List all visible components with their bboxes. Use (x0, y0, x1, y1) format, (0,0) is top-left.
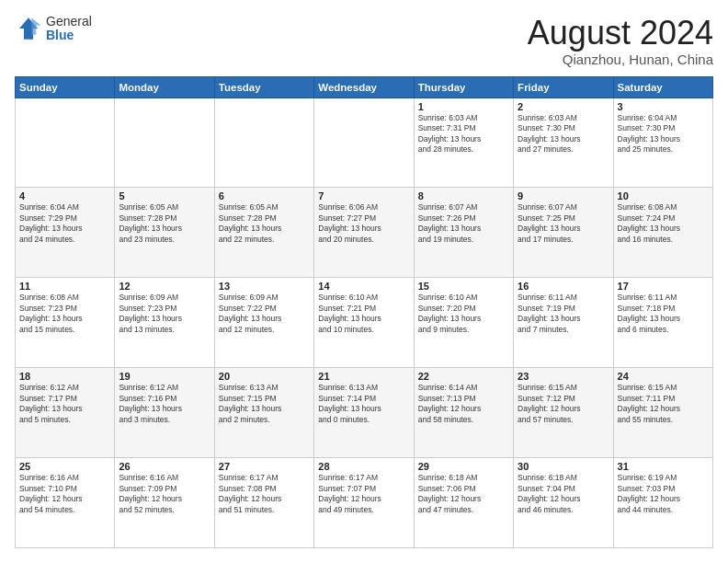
cell-2-5: 16Sunrise: 6:11 AM Sunset: 7:19 PM Dayli… (514, 278, 613, 368)
calendar-table: Sunday Monday Tuesday Wednesday Thursday… (15, 76, 713, 548)
day-info-1-0: Sunrise: 6:04 AM Sunset: 7:29 PM Dayligh… (19, 202, 83, 243)
col-sunday: Sunday (16, 76, 115, 98)
day-info-2-6: Sunrise: 6:11 AM Sunset: 7:18 PM Dayligh… (618, 293, 681, 333)
day-info-3-5: Sunrise: 6:15 AM Sunset: 7:12 PM Dayligh… (518, 383, 581, 423)
day-number-4-2: 27 (219, 461, 310, 472)
cell-4-5: 30Sunrise: 6:18 AM Sunset: 7:04 PM Dayli… (514, 458, 613, 548)
week-row-3: 18Sunrise: 6:12 AM Sunset: 7:17 PM Dayli… (16, 368, 713, 458)
day-info-0-6: Sunrise: 6:04 AM Sunset: 7:30 PM Dayligh… (618, 113, 681, 154)
day-number-1-4: 8 (418, 190, 509, 201)
cell-4-3: 28Sunrise: 6:17 AM Sunset: 7:07 PM Dayli… (314, 458, 414, 548)
header: General Blue August 2024 Qianzhou, Hunan… (15, 15, 713, 67)
day-number-2-1: 12 (119, 281, 210, 292)
day-info-1-1: Sunrise: 6:05 AM Sunset: 7:28 PM Dayligh… (119, 202, 182, 243)
col-wednesday: Wednesday (314, 76, 414, 98)
day-info-1-3: Sunrise: 6:06 AM Sunset: 7:27 PM Dayligh… (318, 202, 381, 243)
day-info-4-2: Sunrise: 6:17 AM Sunset: 7:08 PM Dayligh… (219, 473, 282, 513)
logo-general-label: General (46, 15, 92, 29)
col-monday: Monday (115, 76, 214, 98)
day-info-4-5: Sunrise: 6:18 AM Sunset: 7:04 PM Dayligh… (518, 473, 581, 513)
cell-1-4: 8Sunrise: 6:07 AM Sunset: 7:26 PM Daylig… (414, 188, 513, 278)
cell-0-3 (314, 98, 414, 188)
cell-2-3: 14Sunrise: 6:10 AM Sunset: 7:21 PM Dayli… (314, 278, 414, 368)
day-info-2-1: Sunrise: 6:09 AM Sunset: 7:23 PM Dayligh… (119, 293, 182, 333)
day-number-4-5: 30 (518, 461, 609, 472)
cell-1-3: 7Sunrise: 6:06 AM Sunset: 7:27 PM Daylig… (314, 188, 414, 278)
day-number-0-5: 2 (518, 101, 609, 112)
cell-3-3: 21Sunrise: 6:13 AM Sunset: 7:14 PM Dayli… (314, 368, 414, 458)
title-block: August 2024 Qianzhou, Hunan, China (528, 15, 713, 67)
col-saturday: Saturday (613, 76, 712, 98)
day-info-4-0: Sunrise: 6:16 AM Sunset: 7:10 PM Dayligh… (19, 473, 83, 513)
day-number-4-1: 26 (119, 461, 210, 472)
cell-0-1 (115, 98, 214, 188)
day-number-1-3: 7 (318, 190, 409, 201)
day-info-2-3: Sunrise: 6:10 AM Sunset: 7:21 PM Dayligh… (318, 293, 381, 333)
day-info-3-6: Sunrise: 6:15 AM Sunset: 7:11 PM Dayligh… (618, 383, 681, 423)
day-info-3-0: Sunrise: 6:12 AM Sunset: 7:17 PM Dayligh… (19, 383, 83, 423)
day-number-3-4: 22 (418, 371, 509, 382)
day-number-2-4: 15 (418, 281, 509, 292)
calendar: Sunday Monday Tuesday Wednesday Thursday… (15, 76, 713, 548)
day-number-1-2: 6 (219, 190, 310, 201)
cell-3-5: 23Sunrise: 6:15 AM Sunset: 7:12 PM Dayli… (514, 368, 613, 458)
day-info-0-5: Sunrise: 6:03 AM Sunset: 7:30 PM Dayligh… (518, 113, 581, 154)
logo-icon (15, 15, 42, 42)
day-info-4-1: Sunrise: 6:16 AM Sunset: 7:09 PM Dayligh… (119, 473, 182, 513)
day-number-0-4: 1 (418, 101, 509, 112)
col-thursday: Thursday (414, 76, 513, 98)
day-info-2-0: Sunrise: 6:08 AM Sunset: 7:23 PM Dayligh… (19, 293, 83, 333)
cell-1-2: 6Sunrise: 6:05 AM Sunset: 7:28 PM Daylig… (214, 188, 313, 278)
location-subtitle: Qianzhou, Hunan, China (528, 52, 713, 67)
cell-3-2: 20Sunrise: 6:13 AM Sunset: 7:15 PM Dayli… (214, 368, 313, 458)
day-info-1-4: Sunrise: 6:07 AM Sunset: 7:26 PM Dayligh… (418, 202, 482, 243)
day-number-3-2: 20 (219, 371, 310, 382)
cell-4-2: 27Sunrise: 6:17 AM Sunset: 7:08 PM Dayli… (214, 458, 313, 548)
day-number-3-0: 18 (19, 371, 110, 382)
cell-3-6: 24Sunrise: 6:15 AM Sunset: 7:11 PM Dayli… (613, 368, 712, 458)
cell-4-1: 26Sunrise: 6:16 AM Sunset: 7:09 PM Dayli… (115, 458, 214, 548)
day-number-4-6: 31 (618, 461, 709, 472)
cell-0-0 (16, 98, 115, 188)
day-info-4-6: Sunrise: 6:19 AM Sunset: 7:03 PM Dayligh… (618, 473, 681, 513)
day-number-2-3: 14 (318, 281, 409, 292)
day-info-4-3: Sunrise: 6:17 AM Sunset: 7:07 PM Dayligh… (318, 473, 381, 513)
day-info-4-4: Sunrise: 6:18 AM Sunset: 7:06 PM Dayligh… (418, 473, 482, 513)
day-number-2-0: 11 (19, 281, 110, 292)
col-tuesday: Tuesday (214, 76, 313, 98)
cell-1-0: 4Sunrise: 6:04 AM Sunset: 7:29 PM Daylig… (16, 188, 115, 278)
day-info-1-2: Sunrise: 6:05 AM Sunset: 7:28 PM Dayligh… (219, 202, 282, 243)
cell-4-6: 31Sunrise: 6:19 AM Sunset: 7:03 PM Dayli… (613, 458, 712, 548)
cell-2-4: 15Sunrise: 6:10 AM Sunset: 7:20 PM Dayli… (414, 278, 513, 368)
week-row-4: 25Sunrise: 6:16 AM Sunset: 7:10 PM Dayli… (16, 458, 713, 548)
cell-4-4: 29Sunrise: 6:18 AM Sunset: 7:06 PM Dayli… (414, 458, 513, 548)
cell-1-5: 9Sunrise: 6:07 AM Sunset: 7:25 PM Daylig… (514, 188, 613, 278)
day-info-1-5: Sunrise: 6:07 AM Sunset: 7:25 PM Dayligh… (518, 202, 581, 243)
cell-3-4: 22Sunrise: 6:14 AM Sunset: 7:13 PM Dayli… (414, 368, 513, 458)
cell-3-0: 18Sunrise: 6:12 AM Sunset: 7:17 PM Dayli… (16, 368, 115, 458)
day-info-3-4: Sunrise: 6:14 AM Sunset: 7:13 PM Dayligh… (418, 383, 482, 423)
col-friday: Friday (514, 76, 613, 98)
day-info-1-6: Sunrise: 6:08 AM Sunset: 7:24 PM Dayligh… (618, 202, 681, 243)
day-info-2-4: Sunrise: 6:10 AM Sunset: 7:20 PM Dayligh… (418, 293, 482, 333)
logo-blue-label: Blue (46, 29, 92, 42)
day-info-3-1: Sunrise: 6:12 AM Sunset: 7:16 PM Dayligh… (119, 383, 182, 423)
svg-marker-1 (31, 18, 40, 35)
day-number-0-6: 3 (618, 101, 709, 112)
cell-2-1: 12Sunrise: 6:09 AM Sunset: 7:23 PM Dayli… (115, 278, 214, 368)
day-number-1-0: 4 (19, 190, 110, 201)
day-number-2-5: 16 (518, 281, 609, 292)
cell-1-6: 10Sunrise: 6:08 AM Sunset: 7:24 PM Dayli… (613, 188, 712, 278)
logo: General Blue (15, 15, 92, 43)
day-info-3-2: Sunrise: 6:13 AM Sunset: 7:15 PM Dayligh… (219, 383, 282, 423)
day-number-1-6: 10 (618, 190, 709, 201)
cell-4-0: 25Sunrise: 6:16 AM Sunset: 7:10 PM Dayli… (16, 458, 115, 548)
page: General Blue August 2024 Qianzhou, Hunan… (0, 0, 728, 563)
week-row-0: 1Sunrise: 6:03 AM Sunset: 7:31 PM Daylig… (16, 98, 713, 188)
day-info-3-3: Sunrise: 6:13 AM Sunset: 7:14 PM Dayligh… (318, 383, 381, 423)
day-info-0-4: Sunrise: 6:03 AM Sunset: 7:31 PM Dayligh… (418, 113, 482, 154)
day-number-2-2: 13 (219, 281, 310, 292)
day-info-2-2: Sunrise: 6:09 AM Sunset: 7:22 PM Dayligh… (219, 293, 282, 333)
week-row-1: 4Sunrise: 6:04 AM Sunset: 7:29 PM Daylig… (16, 188, 713, 278)
cell-2-6: 17Sunrise: 6:11 AM Sunset: 7:18 PM Dayli… (613, 278, 712, 368)
